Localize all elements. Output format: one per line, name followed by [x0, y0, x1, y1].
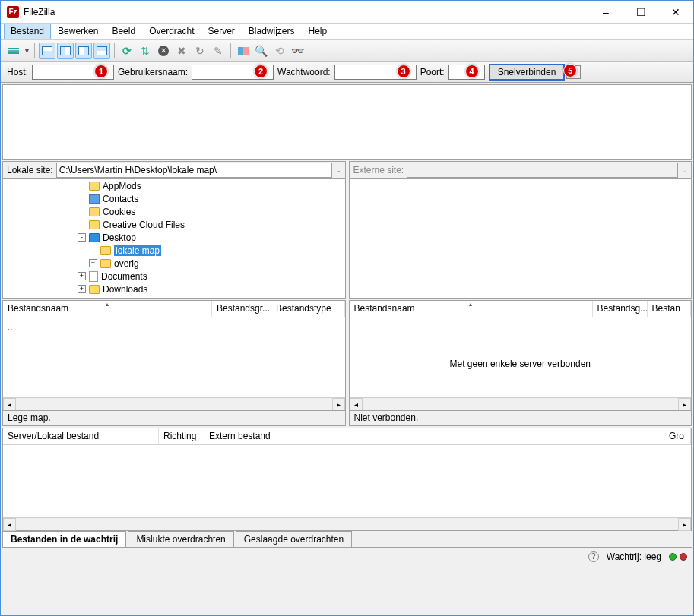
- expand-icon[interactable]: +: [78, 272, 86, 280]
- scroll-right-icon[interactable]: ▸: [678, 398, 691, 410]
- remote-pane: Externe site: ⌄ Bestandsnaam▴ Bestandsg.…: [349, 161, 692, 426]
- menu-bladwijzers[interactable]: Bladwijzers: [242, 24, 302, 39]
- queue-tabs: Bestanden in de wachtrij Mislukte overdr…: [2, 531, 692, 548]
- menu-bestand[interactable]: Bestand: [4, 24, 51, 39]
- remote-site-bar: Externe site: ⌄: [349, 161, 692, 179]
- message-log[interactable]: [2, 84, 692, 160]
- scrollbar[interactable]: ◂ ▸: [350, 397, 692, 410]
- marker-3: 3: [397, 65, 410, 78]
- cancel-icon[interactable]: ✕: [155, 43, 172, 59]
- col-server-lokaal[interactable]: Server/Lokaal bestand: [3, 428, 159, 444]
- col-bestandsnaam[interactable]: Bestandsnaam▴: [350, 301, 593, 317]
- activity-led-red: [680, 553, 687, 561]
- col-richting[interactable]: Richting: [159, 428, 204, 444]
- tree-item[interactable]: Contacts: [3, 192, 345, 205]
- transfer-queue[interactable]: Server/Lokaal bestand Richting Extern be…: [2, 428, 692, 531]
- sync-browse-icon[interactable]: 🔍: [253, 43, 270, 59]
- col-bestandstype[interactable]: Bestan: [648, 301, 692, 317]
- window-controls: – ☐ ✕: [588, 1, 693, 24]
- process-queue-icon[interactable]: ⇅: [137, 43, 154, 59]
- menu-beeld[interactable]: Beeld: [105, 24, 142, 39]
- local-pane: Lokale site: ⌄ AppModsContactsCookiesCre…: [2, 161, 346, 426]
- auto-icon[interactable]: ⟲: [271, 43, 288, 59]
- scrollbar[interactable]: ◂ ▸: [3, 517, 691, 530]
- user-label: Gebruikersnaam:: [118, 67, 188, 77]
- toggle-log-icon[interactable]: [39, 43, 55, 59]
- tree-item[interactable]: lokale map: [3, 244, 345, 257]
- col-extern-bestand[interactable]: Extern bestand: [204, 428, 664, 444]
- tree-item-label: Downloads: [103, 284, 147, 295]
- toggle-queue-icon[interactable]: [93, 43, 110, 59]
- filter-icon[interactable]: ✎: [210, 43, 227, 59]
- queue-status-label: Wachtrij: leeg: [607, 551, 661, 562]
- col-grootte[interactable]: Gro: [664, 428, 691, 444]
- folder-icon: [89, 182, 100, 191]
- scroll-left-icon[interactable]: ◂: [3, 518, 16, 531]
- quick-connect-button[interactable]: Snelverbinden: [489, 64, 566, 81]
- tree-item-label: overig: [114, 258, 139, 269]
- search-icon[interactable]: 👓: [290, 43, 306, 59]
- col-bestandsgrootte[interactable]: Bestandsgr...: [212, 301, 271, 317]
- tree-item[interactable]: +Downloads: [3, 283, 345, 295]
- menu-bewerken[interactable]: Bewerken: [51, 24, 105, 39]
- tab-queued[interactable]: Bestanden in de wachtrij: [2, 531, 126, 547]
- disconnect-icon[interactable]: ✖: [173, 43, 190, 59]
- menu-help[interactable]: Help: [302, 24, 334, 39]
- tree-item-label: Contacts: [103, 194, 138, 204]
- window-title: FileZilla: [24, 7, 588, 17]
- compare-icon[interactable]: [235, 43, 252, 59]
- toggle-local-tree-icon[interactable]: [57, 43, 74, 59]
- local-tree[interactable]: AppModsContactsCookiesCreative Cloud Fil…: [2, 179, 346, 299]
- col-bestandstype[interactable]: Bestandstype: [271, 301, 345, 317]
- col-bestandsnaam[interactable]: Bestandsnaam▴: [3, 301, 212, 317]
- tree-item-label: Cookies: [103, 207, 135, 217]
- scroll-left-icon[interactable]: ◂: [3, 398, 16, 410]
- col-bestandsgrootte[interactable]: Bestandsg...: [593, 301, 648, 317]
- expand-icon[interactable]: -: [78, 233, 86, 242]
- tab-failed[interactable]: Mislukte overdrachten: [128, 531, 233, 547]
- scrollbar[interactable]: ◂ ▸: [3, 397, 345, 410]
- tree-item-label: Desktop: [103, 232, 136, 243]
- close-button[interactable]: ✕: [658, 1, 693, 24]
- tree-item[interactable]: +Documents: [3, 270, 345, 283]
- local-file-list[interactable]: Bestandsnaam▴ Bestandsgr... Bestandstype…: [2, 300, 346, 411]
- menu-server[interactable]: Server: [201, 24, 241, 39]
- remote-tree[interactable]: [349, 179, 692, 299]
- site-manager-icon[interactable]: [5, 43, 22, 59]
- tree-item-label: Creative Cloud Files: [103, 220, 185, 230]
- document-icon: [89, 271, 98, 282]
- scroll-right-icon[interactable]: ▸: [678, 518, 691, 531]
- activity-led-green: [669, 553, 677, 561]
- remote-file-list[interactable]: Bestandsnaam▴ Bestandsg... Bestan Met ge…: [349, 300, 692, 411]
- local-site-label: Lokale site:: [7, 165, 53, 175]
- tree-item[interactable]: -Desktop: [3, 231, 345, 244]
- tree-item[interactable]: Creative Cloud Files: [3, 218, 345, 231]
- tree-item[interactable]: AppMods: [3, 179, 345, 192]
- toolbar: ▼ ⟳ ⇅ ✕ ✖ ↻ ✎ 🔍 ⟲ 👓: [1, 40, 693, 62]
- chevron-down-icon[interactable]: ⌄: [335, 166, 341, 174]
- marker-5: 5: [563, 64, 577, 77]
- scroll-left-icon[interactable]: ◂: [350, 398, 363, 410]
- maximize-button[interactable]: ☐: [623, 1, 658, 24]
- scroll-right-icon[interactable]: ▸: [332, 398, 345, 410]
- reconnect-icon[interactable]: ↻: [192, 43, 208, 59]
- toggle-remote-tree-icon[interactable]: [75, 43, 92, 59]
- dropdown-icon[interactable]: ▼: [24, 47, 30, 55]
- filezilla-icon: Fz: [7, 6, 19, 18]
- tree-item[interactable]: +overig: [3, 257, 345, 270]
- help-icon[interactable]: ?: [588, 551, 599, 562]
- minimize-button[interactable]: –: [588, 1, 623, 24]
- menu-overdracht[interactable]: Overdracht: [142, 24, 201, 39]
- chevron-down-icon: ⌄: [681, 166, 687, 174]
- local-path-input[interactable]: [56, 163, 332, 178]
- remote-status: Niet verbonden.: [349, 411, 692, 426]
- contact-icon: [89, 194, 100, 204]
- tree-item-label: Documents: [101, 271, 147, 282]
- expand-icon[interactable]: +: [89, 259, 97, 267]
- host-label: Host:: [7, 67, 28, 77]
- tree-item[interactable]: Cookies: [3, 205, 345, 218]
- refresh-icon[interactable]: ⟳: [119, 43, 135, 59]
- list-item[interactable]: ..: [8, 321, 341, 333]
- expand-icon[interactable]: +: [78, 285, 86, 293]
- tab-successful[interactable]: Geslaagde overdrachten: [236, 531, 352, 547]
